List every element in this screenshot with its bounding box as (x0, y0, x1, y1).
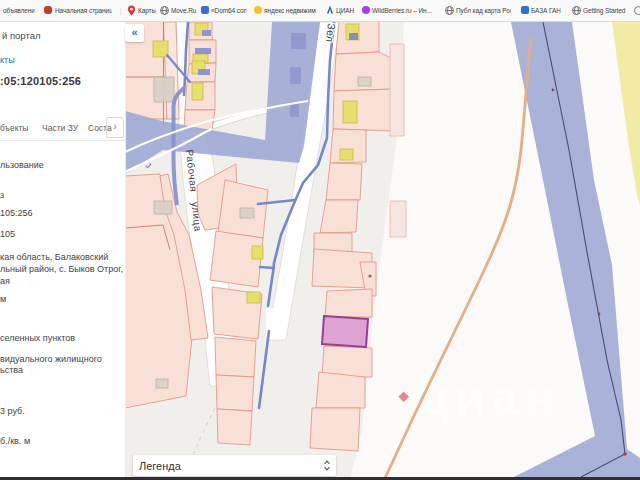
svg-text:циан: циан (418, 370, 561, 426)
svg-text:Зел: Зел (324, 23, 338, 43)
